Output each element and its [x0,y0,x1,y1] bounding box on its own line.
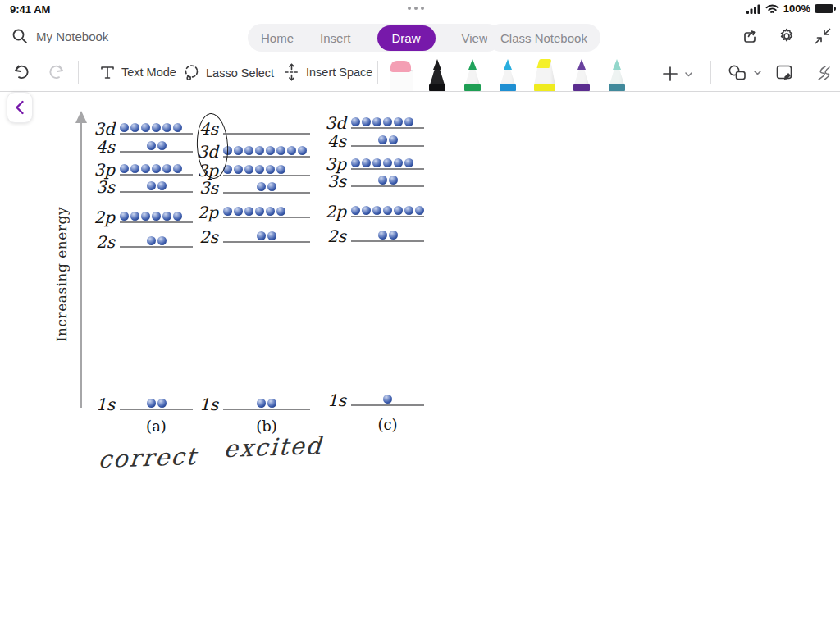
electron-dot [120,212,129,221]
electron-dot [130,123,139,132]
electron-dot [389,231,398,240]
electron-dot [389,135,398,144]
handwritten-annotation-a: correct [98,442,199,473]
orbital-label-a-3s: 3s [87,179,115,195]
electron-row-c-3d [351,117,424,126]
electron-dot [394,158,403,167]
electron-dot [267,399,276,408]
electron-dot [152,212,161,221]
electron-dot [351,117,360,126]
electron-row-b-3s [223,182,310,191]
electron-dot [378,231,387,240]
electron-dot [266,165,275,174]
electron-row-c-3s [351,176,424,185]
electron-row-c-1s [351,395,424,404]
electron-dot [147,141,156,150]
electron-dot [378,176,387,185]
electron-dot [244,207,253,216]
orbital-label-a-4s: 4s [87,139,115,155]
electron-dot [158,236,167,245]
orbital-line-c-1s [351,404,424,406]
electron-dot [244,165,253,174]
electron-row-c-2p [351,206,424,215]
electron-dot [404,117,413,126]
orbital-line-a-3d [120,133,193,135]
orbital-label-a-3d: 3d [87,121,115,137]
orbital-label-c-3s: 3s [318,173,346,189]
orbital-label-c-4s: 4s [318,133,346,149]
electron-dot [173,164,182,173]
electron-dot [120,123,129,132]
electron-row-b-2s [223,231,310,240]
electron-dot [372,206,381,215]
electron-row-a-3d [120,123,193,132]
electron-dot [141,212,150,221]
electron-dot [415,206,424,215]
electron-dot [298,146,307,155]
orbital-label-a-3p: 3p [87,162,115,178]
orbital-label-a-2p: 2p [87,209,115,226]
orbital-label-a-1s: 1s [87,396,115,413]
electron-dot [362,206,371,215]
orbital-line-a-2p [120,221,193,223]
electron-dot [162,212,171,221]
electron-dot [287,146,296,155]
electron-dot [120,164,129,173]
column-label-a: (a) [120,418,193,435]
electron-dot [255,146,264,155]
electron-dot [173,123,182,132]
electron-row-b-2p [223,207,310,216]
orbital-line-a-2s [120,246,193,248]
orbital-label-b-2s: 2s [190,229,218,245]
orbital-label-c-3d: 3d [318,115,346,131]
electron-dot [234,146,243,155]
electron-dot [266,146,275,155]
electron-dot [255,165,264,174]
electron-dot [378,135,387,144]
electron-dot [162,164,171,173]
electron-dot [362,158,371,167]
electron-dot [383,158,392,167]
orbital-label-b-1s: 1s [190,396,218,413]
orbital-label-c-1s: 1s [318,392,346,409]
electron-dot [276,165,285,174]
orbital-line-b-4s [223,133,310,135]
energy-axis-arrow [80,122,82,408]
orbital-line-c-3s [351,185,424,187]
orbital-line-b-3p [223,175,310,176]
electron-dot [267,182,276,191]
electron-dot [147,399,156,408]
orbital-line-a-3s [120,191,193,193]
electron-row-a-3s [120,181,193,190]
electron-row-c-3p [351,158,424,167]
electron-dot [362,117,371,126]
orbital-line-c-4s [351,145,424,147]
electron-row-a-2s [120,236,193,245]
electron-dot [257,231,266,240]
electron-dot [372,117,381,126]
orbital-label-c-2s: 2s [318,228,346,244]
orbital-line-b-2s [223,241,310,243]
electron-row-c-2s [351,231,424,240]
orbital-label-c-2p: 2p [318,203,346,220]
electron-dot [234,207,243,216]
electron-dot [255,207,264,216]
electron-dot [147,236,156,245]
orbital-line-c-3p [351,168,424,170]
electron-dot [404,158,413,167]
electron-dot [351,158,360,167]
electron-dot [152,164,161,173]
electron-row-b-1s [223,399,310,408]
electron-dot [267,231,276,240]
orbital-line-c-2p [351,216,424,217]
electron-dot [173,212,182,221]
electron-dot [130,164,139,173]
orbital-label-c-3p: 3p [318,156,346,172]
page-canvas[interactable]: Increasing energy 1s2s2p3s3p4s3d(a)corre… [0,0,840,630]
electron-dot [158,141,167,150]
electron-dot [244,146,253,155]
electron-dot [257,399,266,408]
orbital-line-a-3p [120,174,193,176]
column-label-c: (c) [351,416,424,433]
energy-axis-label: Increasing energy [53,207,70,342]
